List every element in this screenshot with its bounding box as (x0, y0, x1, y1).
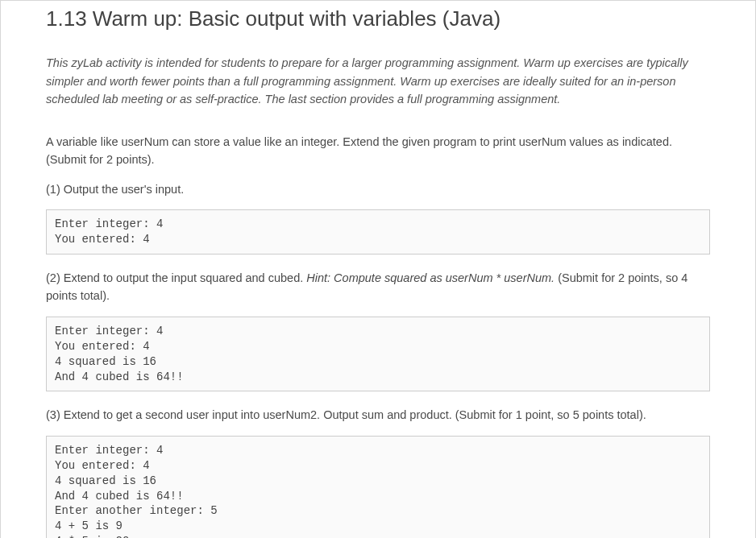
page-title: 1.13 Warm up: Basic output with variable… (46, 1, 710, 35)
intro-paragraph: This zyLab activity is intended for stud… (46, 54, 710, 108)
step-1-label: (1) Output the user's input. (46, 180, 710, 198)
page-container: 1.13 Warm up: Basic output with variable… (0, 0, 756, 538)
io-block-1: Enter integer: 4 You entered: 4 (46, 209, 710, 255)
step-2-prefix: (2) Extend to output the input squared a… (46, 271, 306, 284)
io-block-3: Enter integer: 4 You entered: 4 4 square… (46, 436, 710, 538)
step-2-paragraph: (2) Extend to output the input squared a… (46, 269, 710, 305)
step-3-label: (3) Extend to get a second user input in… (46, 406, 710, 424)
variable-paragraph: A variable like userNum can store a valu… (46, 133, 710, 169)
content-area: 1.13 Warm up: Basic output with variable… (1, 1, 755, 538)
step-2-hint: Hint: Compute squared as userNum * userN… (306, 271, 555, 284)
io-block-2: Enter integer: 4 You entered: 4 4 square… (46, 317, 710, 392)
